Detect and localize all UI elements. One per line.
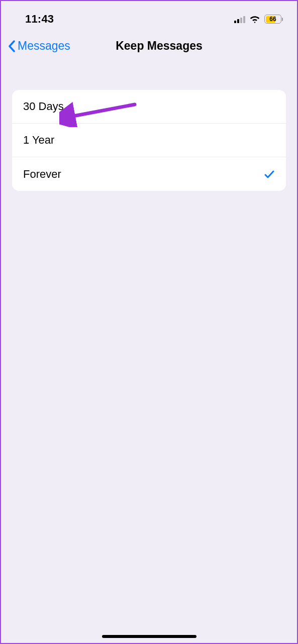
option-forever[interactable]: Forever: [12, 157, 286, 191]
option-1-year[interactable]: 1 Year: [12, 124, 286, 157]
option-label: 1 Year: [23, 134, 54, 147]
option-label: Forever: [23, 168, 61, 181]
option-label: 30 Days: [23, 100, 64, 113]
cellular-icon: [234, 16, 245, 23]
status-bar: 11:43 66: [1, 1, 297, 28]
back-label: Messages: [18, 39, 70, 53]
checkmark-icon: [264, 169, 275, 180]
back-button[interactable]: Messages: [8, 39, 70, 53]
home-indicator[interactable]: [102, 635, 196, 638]
battery-icon: 66: [264, 15, 283, 24]
status-indicators: 66: [234, 15, 283, 24]
navigation-bar: Messages Keep Messages: [1, 28, 297, 62]
chevron-left-icon: [8, 40, 16, 52]
keep-messages-options: 30 Days 1 Year Forever: [12, 90, 286, 191]
option-30-days[interactable]: 30 Days: [12, 90, 286, 124]
wifi-icon: [249, 15, 260, 23]
status-time: 11:43: [25, 13, 54, 26]
